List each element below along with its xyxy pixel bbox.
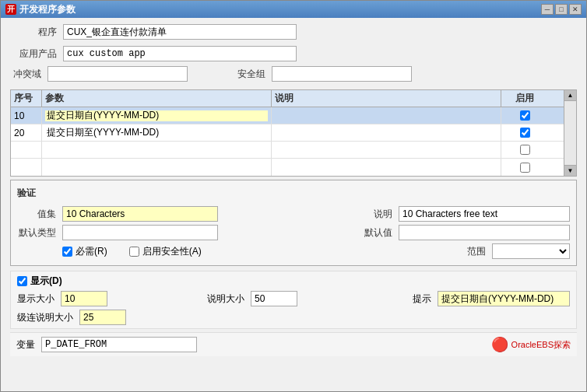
display-header: 显示(D)	[17, 275, 570, 288]
scroll-down-button[interactable]: ▼	[564, 165, 576, 176]
desc-size-group: 说明大小	[207, 291, 297, 306]
oracle-text: OracleEBS探索	[511, 339, 571, 351]
title-bar-left: 开 开发程序参数	[5, 3, 76, 16]
validation-header-row: 验证	[17, 184, 570, 203]
seq-value-1: 10	[14, 110, 24, 121]
app-row: 应用产品	[10, 46, 577, 61]
params-grid-container: 序号 参数 说明 启用 10	[10, 89, 577, 177]
range-select[interactable]	[492, 243, 570, 259]
scroll-up-button[interactable]: ▲	[564, 90, 576, 101]
cell-desc-2[interactable]	[272, 124, 501, 141]
desc-size-input[interactable]	[251, 291, 297, 306]
variable-input[interactable]	[41, 337, 197, 352]
app-icon: 开	[5, 4, 16, 15]
program-label: 程序	[10, 26, 57, 39]
cascade-size-group: 级连说明大小	[17, 310, 126, 325]
required-row: 必需(R) 启用安全性(A) 范围	[17, 243, 570, 259]
table-row: 20	[11, 124, 564, 142]
display-size-group: 显示大小	[17, 291, 107, 306]
valueset-input[interactable]	[62, 206, 218, 222]
content-area: 程序 应用产品 冲突域 安全组 序号 参数	[1, 18, 586, 391]
title-buttons: ─ □ ✕	[541, 4, 582, 15]
param-input-1[interactable]	[45, 110, 268, 121]
cell-desc-3[interactable]	[272, 142, 501, 158]
scroll-track	[564, 101, 576, 165]
enabled-checkbox-4[interactable]	[520, 163, 530, 173]
security-group: 启用安全性(A)	[129, 245, 202, 258]
table-row	[11, 159, 564, 176]
val-desc-input[interactable]	[399, 206, 570, 222]
grid-scrollbar[interactable]: ▲ ▼	[564, 90, 576, 176]
minimize-button[interactable]: ─	[541, 4, 554, 15]
cell-desc-4[interactable]	[272, 159, 501, 176]
cascade-row: 级连说明大小	[17, 310, 570, 325]
prompt-label: 提示	[413, 292, 431, 306]
default-value-input[interactable]	[399, 225, 570, 240]
col-desc: 说明	[272, 90, 501, 107]
conflict-group: 冲突域	[10, 66, 188, 82]
variable-label: 变量	[16, 338, 35, 352]
conflict-security-row: 冲突域 安全组	[10, 66, 577, 82]
param-input-4[interactable]	[45, 162, 268, 173]
enabled-checkbox-2[interactable]	[520, 128, 530, 138]
params-grid: 序号 参数 说明 启用 10	[11, 90, 564, 176]
range-label: 范围	[455, 245, 486, 258]
conflict-input[interactable]	[47, 66, 188, 82]
oracle-icon: 🔴	[491, 336, 508, 353]
enabled-checkbox-3[interactable]	[520, 145, 530, 155]
cell-enabled-2[interactable]	[501, 124, 548, 141]
param-input-3[interactable]	[45, 145, 268, 156]
title-bar: 开 开发程序参数 ─ □ ✕	[1, 1, 586, 18]
valueset-label: 值集	[17, 208, 56, 221]
cell-enabled-3[interactable]	[501, 142, 548, 158]
default-type-input[interactable]	[62, 225, 218, 240]
valueset-row: 值集 说明	[17, 206, 570, 222]
cell-seq-2: 20	[11, 124, 42, 141]
col-enabled: 启用	[501, 90, 548, 107]
col-param: 参数	[42, 90, 272, 107]
cell-param-2[interactable]	[42, 124, 272, 141]
cell-seq-3	[11, 142, 42, 158]
seq-value-2: 20	[14, 128, 24, 138]
display-size-input[interactable]	[61, 291, 107, 306]
security-label: 安全组	[234, 68, 265, 81]
prompt-input[interactable]	[438, 291, 570, 306]
cell-param-4[interactable]	[42, 159, 272, 176]
desc-input-1[interactable]	[275, 110, 497, 121]
cell-enabled-4[interactable]	[501, 159, 548, 176]
cell-desc-1[interactable]	[272, 107, 501, 124]
security-group: 安全组	[234, 66, 412, 82]
required-label: 必需(R)	[76, 245, 107, 258]
cell-seq-4	[11, 159, 42, 176]
security-input[interactable]	[272, 66, 412, 82]
col-seq: 序号	[11, 90, 42, 107]
grid-header: 序号 参数 说明 启用	[11, 90, 564, 107]
maximize-button[interactable]: □	[555, 4, 568, 15]
cell-enabled-1[interactable]	[501, 107, 548, 124]
param-input-2[interactable]	[45, 128, 268, 138]
security-checkbox[interactable]	[129, 247, 139, 257]
security-check-label: 启用安全性(A)	[142, 245, 202, 258]
cell-param-1[interactable]	[42, 107, 272, 124]
close-button[interactable]: ✕	[569, 4, 582, 15]
desc-input-4[interactable]	[275, 162, 497, 173]
app-input[interactable]	[63, 46, 297, 61]
desc-input-2[interactable]	[275, 128, 497, 138]
default-row: 默认类型 默认值	[17, 225, 570, 240]
variable-left: 变量	[16, 337, 197, 352]
default-value-label: 默认值	[361, 226, 392, 240]
variable-section: 变量 🔴 OracleEBS探索	[10, 332, 577, 356]
val-desc-label: 说明	[361, 208, 392, 221]
cell-seq-1: 10	[11, 107, 42, 124]
cascade-size-input[interactable]	[79, 310, 126, 325]
conflict-label: 冲突域	[10, 68, 41, 81]
desc-input-3[interactable]	[275, 145, 497, 156]
cascade-size-label: 级连说明大小	[17, 311, 73, 324]
cell-param-3[interactable]	[42, 142, 272, 158]
main-window: 开 开发程序参数 ─ □ ✕ 程序 应用产品 冲突域 安全组	[0, 0, 587, 392]
display-label: 显示(D)	[30, 275, 62, 288]
required-checkbox[interactable]	[62, 247, 72, 257]
program-input[interactable]	[63, 24, 297, 40]
enabled-checkbox-1[interactable]	[520, 110, 530, 121]
display-checkbox[interactable]	[17, 276, 27, 286]
